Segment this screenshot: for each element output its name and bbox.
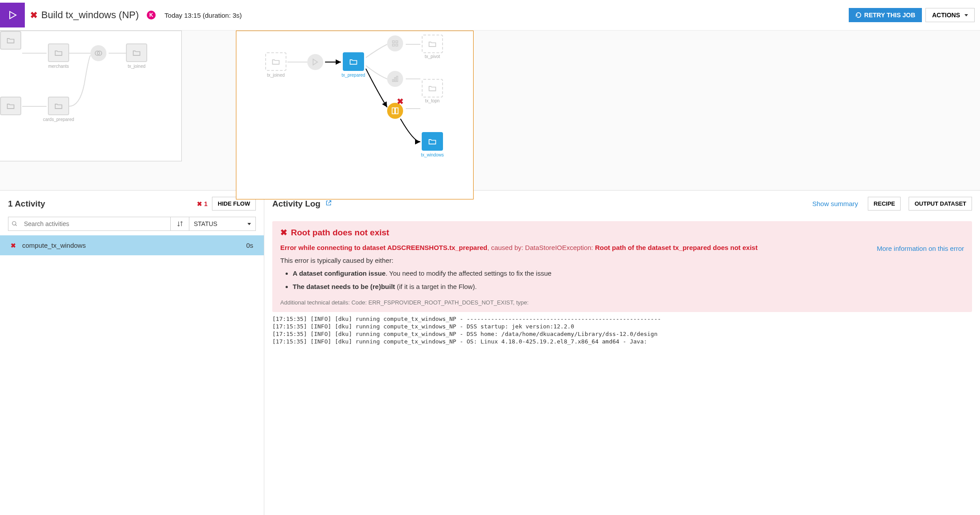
flow-node-tx-pivot[interactable] xyxy=(422,35,443,53)
search-input[interactable] xyxy=(21,217,170,230)
flow-node-tx-windows[interactable] xyxy=(422,132,443,151)
activity-duration: 0s xyxy=(246,242,253,249)
flow-main[interactable]: tx_joined tx_prepared tx_pivot tx_topn ✖ xyxy=(236,31,474,199)
sort-button[interactable] xyxy=(171,217,189,231)
refresh-icon xyxy=(855,12,862,18)
error-tech-details: Additional technical details: Code: ERR_… xyxy=(280,299,868,306)
svg-rect-13 xyxy=(396,41,398,43)
top-bar: ✖ Build tx_windows (NP) K Today 13:15 (d… xyxy=(0,0,980,31)
flow-node-tx-joined[interactable] xyxy=(126,43,147,62)
svg-rect-18 xyxy=(396,76,398,82)
log-title: Activity Log xyxy=(272,199,321,209)
activity-row[interactable]: ✖ compute_tx_windows 0s xyxy=(0,235,264,255)
avatar[interactable]: K xyxy=(147,11,156,20)
header-actions: RETRY THIS JOB ACTIONS xyxy=(849,8,975,22)
svg-rect-12 xyxy=(392,41,395,43)
flow-node-cards-prepared[interactable] xyxy=(48,97,69,115)
flow-node-merchants[interactable] xyxy=(48,43,69,62)
flow-node-tx-prepared[interactable] xyxy=(343,52,364,71)
flow-recipe-prepare[interactable] xyxy=(307,54,323,70)
error-title: ✖ Root path does not exist xyxy=(280,227,964,238)
flow-recipe-node[interactable] xyxy=(90,45,106,61)
flow-node[interactable] xyxy=(0,31,21,50)
error-subtitle: Error while connecting to dataset ADSCRE… xyxy=(280,243,868,253)
svg-rect-20 xyxy=(396,108,398,113)
failed-icon: ✖ xyxy=(30,10,38,20)
bottom-panel: 1 Activity ✖ 1 HIDE FLOW STATUS xyxy=(0,190,980,515)
actions-dropdown[interactable]: ACTIONS xyxy=(925,8,975,22)
failed-count: ✖ 1 xyxy=(197,200,208,207)
error-explanation: This error is typically caused by either… xyxy=(280,256,868,266)
flow-node[interactable] xyxy=(0,97,21,115)
svg-marker-0 xyxy=(10,12,16,19)
job-timestamp: Today 13:15 (duration: 3s) xyxy=(165,12,242,19)
svg-rect-15 xyxy=(396,44,398,47)
svg-rect-14 xyxy=(392,44,395,47)
output-dataset-button[interactable]: OUTPUT DATASET xyxy=(909,197,972,211)
flow-minimap[interactable]: merchants tx_joined cards_prepared xyxy=(0,31,182,161)
failed-icon: ✖ xyxy=(11,242,16,249)
flow-area: merchants tx_joined cards_prepared xyxy=(0,31,980,190)
chevron-down-icon xyxy=(964,14,968,16)
flow-recipe-sort[interactable] xyxy=(387,71,403,87)
activities-panel: 1 Activity ✖ 1 HIDE FLOW STATUS xyxy=(0,191,264,515)
play-button[interactable] xyxy=(0,3,25,27)
error-icon: ✖ xyxy=(280,227,287,238)
log-panel: Activity Log Show summary RECIPE OUTPUT … xyxy=(264,191,980,515)
svg-point-21 xyxy=(12,222,16,225)
flow-recipe-group[interactable] xyxy=(387,35,403,51)
activity-name: compute_tx_windows xyxy=(22,242,240,249)
job-title-wrap: ✖ Build tx_windows (NP) K Today 13:15 (d… xyxy=(30,9,242,21)
activities-title: 1 Activity xyxy=(8,199,192,209)
search-icon xyxy=(8,221,21,227)
svg-line-22 xyxy=(16,225,17,226)
show-summary-link[interactable]: Show summary xyxy=(812,200,858,207)
error-causes-list: A dataset configuration issue. You need … xyxy=(293,268,868,292)
recipe-button[interactable]: RECIPE xyxy=(868,197,901,211)
status-dropdown[interactable]: STATUS xyxy=(189,217,256,231)
chevron-down-icon xyxy=(247,223,251,225)
svg-rect-16 xyxy=(392,80,394,82)
flow-node-tx-joined[interactable] xyxy=(265,52,286,71)
log-output[interactable]: [17:15:35] [INFO] [dku] running compute_… xyxy=(264,312,980,349)
more-info-link[interactable]: More information on this error xyxy=(877,243,964,306)
external-link-icon[interactable] xyxy=(325,199,332,208)
failed-icon: ✖ xyxy=(197,200,202,207)
error-badge-icon: ✖ xyxy=(397,97,404,106)
flow-node[interactable] xyxy=(422,79,443,98)
svg-rect-17 xyxy=(395,78,396,82)
svg-rect-19 xyxy=(392,108,395,113)
error-panel: ✖ Root path does not exist Error while c… xyxy=(272,221,972,312)
search-activities[interactable] xyxy=(8,217,171,231)
job-title: Build tx_windows (NP) xyxy=(41,9,139,21)
retry-job-button[interactable]: RETRY THIS JOB xyxy=(849,8,922,22)
